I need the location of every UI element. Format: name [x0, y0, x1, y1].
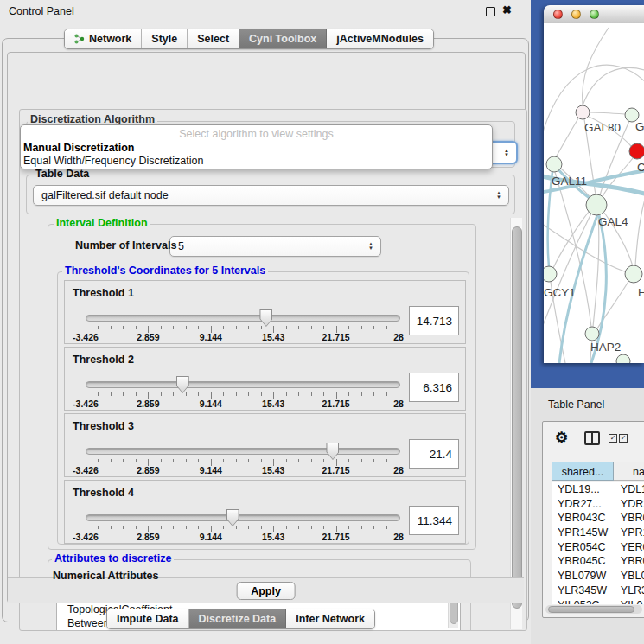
- tab-label: Discretize Data: [199, 609, 277, 628]
- tick-mark: [98, 392, 99, 396]
- slider-thumb[interactable]: [176, 376, 189, 393]
- cell-name[interactable]: YLR3: [611, 583, 644, 598]
- cell-name[interactable]: YBL0: [611, 569, 644, 583]
- threshold-value-field[interactable]: 21.4: [409, 439, 459, 469]
- cell-shared-name[interactable]: YBR045C: [552, 554, 611, 569]
- table-row[interactable]: YBR045CYBR0: [552, 554, 644, 569]
- dropdown-placeholder-item[interactable]: Select algorithm to view settings: [21, 128, 492, 140]
- cell-shared-name[interactable]: YBL079W: [552, 569, 611, 583]
- network-window-titlebar[interactable]: [544, 5, 644, 24]
- network-node-gal80[interactable]: [576, 105, 590, 119]
- slider-track[interactable]: [86, 448, 400, 455]
- cell-shared-name[interactable]: YLR345W: [552, 583, 611, 598]
- tick-label: -3.426: [73, 332, 99, 342]
- tab-select[interactable]: Select: [188, 29, 239, 48]
- tab-impute-data[interactable]: Impute Data: [107, 609, 189, 628]
- tick-mark: [236, 326, 237, 329]
- tab-network[interactable]: Network: [65, 29, 142, 48]
- tab-cyni-toolbox[interactable]: Cyni Toolbox: [239, 29, 327, 48]
- tick-mark: [248, 526, 249, 529]
- tab-style[interactable]: Style: [142, 29, 188, 48]
- cell-shared-name[interactable]: YIL052C: [552, 598, 611, 605]
- threshold-value-field[interactable]: 11.344: [409, 506, 459, 535]
- cell-name[interactable]: YIL0: [611, 598, 644, 605]
- table-header-shared-name[interactable]: shared...: [552, 462, 614, 481]
- cell-name[interactable]: YER0: [611, 540, 644, 555]
- cell-shared-name[interactable]: YBR043C: [552, 511, 611, 526]
- network-edge[interactable]: [635, 196, 644, 265]
- checkbox-icon[interactable]: ✓: [609, 434, 617, 443]
- table-header-name[interactable]: na: [614, 462, 644, 481]
- slider-thumb[interactable]: [226, 509, 239, 526]
- cell-shared-name[interactable]: YPR145W: [552, 526, 611, 540]
- table-row[interactable]: YER054CYER0: [552, 540, 644, 555]
- threshold-value-field[interactable]: 6.316: [409, 373, 459, 402]
- tick-mark: [223, 526, 224, 529]
- float-window-icon[interactable]: [486, 7, 495, 16]
- cell-name[interactable]: YDR2: [611, 497, 644, 512]
- panel-vertical-scrollbar-thumb[interactable]: [512, 226, 522, 609]
- cell-name[interactable]: YDL1: [611, 482, 644, 497]
- network-node-gal4[interactable]: [586, 194, 607, 215]
- minimize-traffic-light-icon[interactable]: [571, 10, 581, 19]
- number-of-intervals-spinner[interactable]: 5 ▲▼: [169, 236, 381, 257]
- apply-button[interactable]: Apply: [236, 582, 296, 600]
- network-node-h[interactable]: [625, 265, 642, 283]
- gear-icon[interactable]: ⚙: [555, 429, 568, 447]
- threshold-value-field[interactable]: 14.713: [409, 306, 459, 335]
- dropdown-option-manual-discretization[interactable]: Manual Discretization: [23, 142, 135, 154]
- dropdown-option-equal-width-frequency[interactable]: Equal Width/Frequency Discretization: [23, 155, 203, 167]
- split-columns-icon[interactable]: [584, 431, 600, 445]
- network-node-gal11[interactable]: [546, 156, 562, 172]
- cell-name[interactable]: YBR0: [611, 554, 644, 569]
- cell-name[interactable]: YBR0: [611, 511, 644, 526]
- table-row[interactable]: YBL079WYBL0: [552, 569, 644, 583]
- panel-vertical-scrollbar[interactable]: [510, 218, 522, 629]
- thresholds-group-label: Threshold's Coordinates for 5 Intervals: [62, 265, 268, 277]
- network-node[interactable]: [616, 354, 630, 363]
- network-canvas[interactable]: GAL80GCGAL11GAL4GCY1HHAP2: [544, 23, 644, 363]
- close-icon[interactable]: ✖: [502, 3, 512, 16]
- cell-shared-name[interactable]: YER054C: [552, 540, 611, 555]
- table-row[interactable]: YDL19...YDL1: [552, 482, 644, 497]
- table-data-combobox[interactable]: galFiltered.sif default node ▲▼: [33, 185, 509, 206]
- tick-mark: [198, 326, 199, 329]
- zoom-traffic-light-icon[interactable]: [590, 10, 599, 19]
- cell-shared-name[interactable]: YDR27...: [552, 497, 611, 512]
- tab-discretize-data[interactable]: Discretize Data: [189, 609, 287, 628]
- tick-mark: [286, 526, 287, 529]
- threshold-label: Threshold 1: [73, 287, 134, 299]
- network-edge[interactable]: [590, 112, 625, 114]
- tab-label: Infer Network: [296, 609, 365, 628]
- network-node-hap2[interactable]: [585, 327, 599, 341]
- table-row[interactable]: YBR043CYBR0: [552, 511, 644, 526]
- network-node-c[interactable]: [629, 143, 644, 159]
- table-horizontal-scrollbar[interactable]: [545, 605, 642, 614]
- tick-mark: [373, 459, 374, 462]
- table-row[interactable]: YDR27...YDR2: [552, 497, 644, 512]
- table-row[interactable]: YIL052CYIL0: [552, 598, 644, 605]
- tab-label: jActiveMNodules: [336, 29, 424, 48]
- table-row[interactable]: YPR145WYPR1: [552, 526, 644, 540]
- cell-name[interactable]: YPR1: [611, 526, 644, 540]
- table-row[interactable]: YLR345WYLR3: [552, 583, 644, 598]
- tab-jactivemnodules[interactable]: jActiveMNodules: [327, 29, 433, 48]
- network-graph[interactable]: GAL80GCGAL11GAL4GCY1HHAP2: [544, 23, 644, 363]
- tab-infer-network[interactable]: Infer Network: [286, 609, 374, 628]
- tick-mark: [198, 392, 199, 396]
- slider-track[interactable]: [86, 514, 400, 521]
- network-node-gcy1[interactable]: [544, 266, 557, 282]
- checkbox-icon[interactable]: ✓: [619, 434, 628, 443]
- network-edge[interactable]: [556, 118, 578, 157]
- tick-mark: [323, 392, 324, 396]
- cell-shared-name[interactable]: YDL19...: [552, 482, 611, 497]
- close-traffic-light-icon[interactable]: [553, 10, 563, 19]
- network-edge[interactable]: [593, 215, 599, 327]
- slider-track[interactable]: [86, 315, 400, 322]
- tick-label: 9.144: [200, 399, 222, 409]
- slider-track[interactable]: [86, 381, 400, 388]
- table-body: YDL19...YDL1YDR27...YDR2YBR043CYBR0YPR14…: [552, 482, 644, 604]
- table-horizontal-scrollbar-thumb[interactable]: [548, 606, 634, 613]
- slider-thumb[interactable]: [259, 309, 272, 327]
- slider-thumb[interactable]: [326, 443, 339, 460]
